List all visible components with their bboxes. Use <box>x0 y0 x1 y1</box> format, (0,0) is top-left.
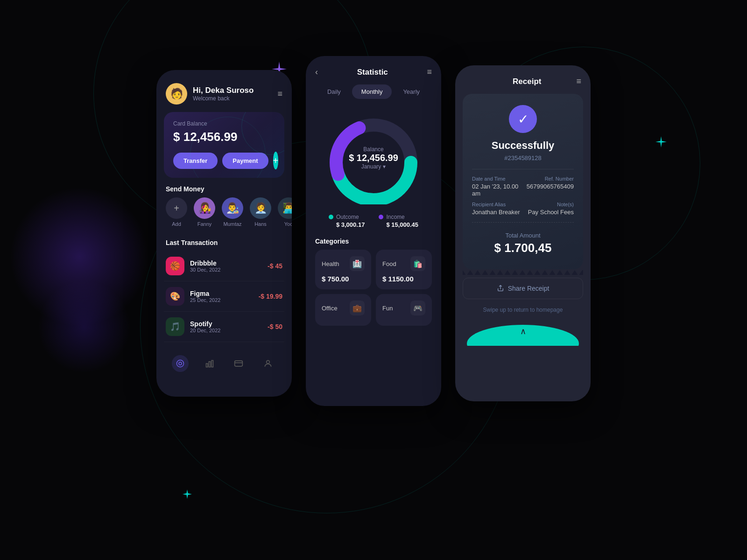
date-value: 02 Jan '23, 10.00 am <box>472 183 527 197</box>
nav-stats[interactable] <box>200 354 219 373</box>
outcome-label: Outcome <box>336 214 359 220</box>
svg-point-6 <box>266 360 269 364</box>
svg-rect-1 <box>206 364 207 367</box>
share-receipt-button[interactable]: Share Receipt <box>463 278 583 299</box>
cat-food-amount: $ 1150.00 <box>382 275 425 283</box>
phone2-menu-icon[interactable]: ≡ <box>427 67 432 77</box>
details-row-1: Date and Time 02 Jan '23, 10.00 am Ref. … <box>472 176 574 197</box>
ref-value: 56799065765409 <box>527 183 574 190</box>
swipe-up-area[interactable]: ∧ <box>455 318 591 346</box>
greeting: Hi, Deka Suroso Welcome back <box>193 86 277 102</box>
avatar: 🧑 <box>166 83 187 105</box>
cat-office-icon: 💼 <box>350 301 365 315</box>
tx-date-figma: 25 Dec, 2022 <box>190 297 259 303</box>
chart-balance-label: Balance <box>349 146 398 153</box>
tx-info-figma: Figma 25 Dec, 2022 <box>190 290 259 303</box>
transaction-list: 🏀 Dribbble 30 Dec, 2022 -$ 45 🎨 Figma 25… <box>156 251 292 342</box>
cat-office-name: Office <box>322 305 338 312</box>
phone3-title: Receipt <box>513 77 541 86</box>
chart-legend: Outcome $ 3,000.17 Income $ 15,000.45 <box>306 209 441 235</box>
income-dot <box>379 215 383 219</box>
bottom-nav <box>156 347 292 382</box>
contact-mumtaz[interactable]: 👨‍🎨 Mumtaz <box>222 197 243 227</box>
date-col: Date and Time 02 Jan '23, 10.00 am <box>472 176 527 197</box>
phone2-header: ‹ Statistic ≡ <box>306 56 441 84</box>
svg-rect-4 <box>235 361 243 366</box>
menu-icon[interactable]: ≡ <box>277 89 282 99</box>
total-section: Total Amount $ 1.700,45 <box>472 229 574 258</box>
nav-home-active[interactable] <box>172 355 189 372</box>
phone3-menu-icon[interactable]: ≡ <box>576 77 581 86</box>
transaction-figma: 🎨 Figma 25 Dec, 2022 -$ 19.99 <box>164 281 284 312</box>
category-office: Office 💼 <box>315 294 371 326</box>
cat-fun-name: Fun <box>382 305 393 312</box>
date-label: Date and Time <box>472 176 527 182</box>
cat-health-amount: $ 750.00 <box>322 275 365 283</box>
note-value: Pay School Fees <box>528 209 574 216</box>
recipient-col: Recipient Alias Jonathan Breaker <box>472 202 520 216</box>
add-contact-icon[interactable]: + <box>166 197 187 219</box>
contact-fanny[interactable]: 👩‍🎤 Fanny <box>194 197 215 227</box>
tx-icon-spotify: 🎵 <box>166 317 184 336</box>
contact-name-hans: Hans <box>254 221 267 227</box>
contact-hans[interactable]: 🧑‍💼 Hans <box>250 197 271 227</box>
tx-date-dribbble: 30 Dec, 2022 <box>190 267 268 273</box>
balance-chart: Balance $ 12,456.99 January ▾ <box>306 106 441 209</box>
cat-fun-icon: 🎮 <box>410 301 425 315</box>
outcome-value: $ 3,000.17 <box>336 221 365 228</box>
recipient-value: Jonathan Breaker <box>472 209 520 216</box>
share-btn-label: Share Receipt <box>508 285 550 292</box>
transaction-spotify: 🎵 Spotify 20 Dec, 2022 -$ 50 <box>164 312 284 342</box>
receipt-tear <box>463 269 583 275</box>
contact-add-label: Add <box>172 221 181 227</box>
contact-avatar-hans: 🧑‍💼 <box>250 197 271 219</box>
nav-profile[interactable] <box>259 354 277 373</box>
payment-button[interactable]: Payment <box>222 153 268 169</box>
svg-point-0 <box>179 362 182 365</box>
contacts-list: + Add 👩‍🎤 Fanny 👨‍🎨 Mumtaz 🧑‍💼 Hans 👨‍💻 … <box>156 197 292 231</box>
details-row-2: Recipient Alias Jonathan Breaker Note(s)… <box>472 202 574 216</box>
tx-icon-figma: 🎨 <box>166 287 184 306</box>
receipt-divider <box>472 222 574 223</box>
cat-food-name: Food <box>382 260 396 267</box>
tx-amount-spotify: -$ 50 <box>268 323 282 330</box>
nav-home[interactable] <box>171 354 190 373</box>
tx-name-spotify: Spotify <box>190 320 268 328</box>
note-label: Note(s) <box>528 202 574 207</box>
cat-health-name: Health <box>322 260 339 267</box>
category-fun: Fun 🎮 <box>376 294 432 326</box>
transfer-button[interactable]: Transfer <box>173 153 218 169</box>
action-buttons: Transfer Payment + <box>173 152 275 169</box>
income-label: Income <box>386 214 404 220</box>
phone2-title: Statistic <box>357 68 388 77</box>
nav-card[interactable] <box>229 354 248 373</box>
legend-outcome: Outcome $ 3,000.17 <box>329 214 365 228</box>
add-button[interactable]: + <box>273 152 279 169</box>
tx-info-spotify: Spotify 20 Dec, 2022 <box>190 320 268 333</box>
card-label: Card Balance <box>173 120 275 127</box>
tab-yearly[interactable]: Yearly <box>394 84 429 99</box>
success-check-icon: ✓ <box>509 105 537 133</box>
receipt-details: Date and Time 02 Jan '23, 10.00 am Ref. … <box>472 169 574 216</box>
contact-add[interactable]: + Add <box>166 197 187 227</box>
ref-label: Ref. Number <box>527 176 574 182</box>
tab-daily[interactable]: Daily <box>318 84 350 99</box>
tab-monthly[interactable]: Monthly <box>352 84 392 99</box>
month-label: January <box>361 163 381 170</box>
recipient-label: Recipient Alias <box>472 202 520 207</box>
chart-month[interactable]: January ▾ <box>349 163 398 170</box>
phone3-header: Receipt ≡ <box>455 65 591 94</box>
period-tabs: Daily Monthly Yearly <box>306 84 441 106</box>
contact-avatar-fanny: 👩‍🎤 <box>194 197 215 219</box>
category-health: Health 🏥 $ 750.00 <box>315 250 371 289</box>
greeting-sub: Welcome back <box>193 95 277 102</box>
teal-sparkle-bottom-icon <box>182 489 192 499</box>
tx-name-figma: Figma <box>190 290 259 297</box>
contact-avatar-yoo: 👨‍💻 <box>278 197 292 219</box>
legend-income: Income $ 15,000.45 <box>379 214 418 228</box>
categories-title: Categories <box>306 235 441 250</box>
cat-food-icon: 🛍️ <box>410 256 425 271</box>
contact-yoo[interactable]: 👨‍💻 Yoo <box>278 197 292 227</box>
back-button[interactable]: ‹ <box>315 67 318 77</box>
ref-number: #2354589128 <box>472 154 574 161</box>
